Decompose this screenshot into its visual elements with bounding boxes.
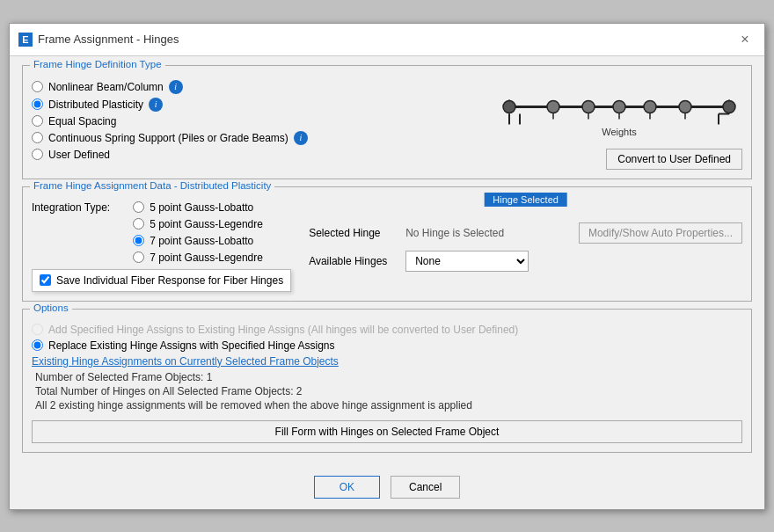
- option-distributed-row: Distributed Plasticity i: [32, 98, 487, 112]
- cancel-button[interactable]: Cancel: [391, 476, 460, 499]
- assignment-data-section: Frame Hinge Assignment Data - Distribute…: [22, 186, 752, 302]
- gauss-lobatto-7-row: 7 point Gauss-Lobatto: [133, 235, 263, 247]
- hinge-definition-section: Frame Hinge Definition Type Nonlinear Be…: [22, 65, 752, 179]
- integration-options: 5 point Gauss-Lobatto 5 point Gauss-Lege…: [115, 201, 263, 264]
- gauss-lobatto-5-label[interactable]: 5 point Gauss-Lobatto: [150, 201, 253, 214]
- fiber-checkbox-label[interactable]: Save Individual Fiber Response for Fiber…: [56, 274, 283, 287]
- selected-hinge-row: Selected Hinge No Hinge is Selected Modi…: [309, 222, 742, 244]
- info-line-3: All 2 existing hinge assignments will be…: [32, 399, 742, 412]
- fill-form-button[interactable]: Fill Form with Hinges on Selected Frame …: [32, 420, 742, 443]
- gauss-legendre-7-row: 7 point Gauss-Legendre: [133, 251, 263, 264]
- nonlinear-radio[interactable]: [32, 81, 43, 92]
- dialog-footer: OK Cancel: [10, 469, 764, 509]
- svg-point-12: [503, 100, 515, 113]
- gauss-lobatto-5-radio[interactable]: [133, 201, 144, 213]
- fiber-checkbox[interactable]: [40, 274, 51, 286]
- continuous-radio[interactable]: [32, 132, 43, 143]
- available-hinges-label: Available Hinges: [309, 255, 397, 267]
- dialog-body: Frame Hinge Definition Type Nonlinear Be…: [10, 56, 764, 469]
- nonlinear-info-icon[interactable]: i: [169, 80, 183, 94]
- gauss-legendre-5-radio[interactable]: [133, 218, 144, 230]
- svg-point-15: [613, 100, 625, 113]
- option-nonlinear-row: Nonlinear Beam/Column i: [32, 80, 487, 94]
- hinge-def-options: Nonlinear Beam/Column i Distributed Plas…: [32, 77, 487, 170]
- dialog-title: Frame Assignment - Hinges: [38, 33, 179, 46]
- user-label[interactable]: User Defined: [48, 149, 110, 161]
- distributed-info-icon[interactable]: i: [149, 98, 163, 112]
- hinge-selected-badge: Hinge Selected: [484, 193, 567, 207]
- modify-show-button[interactable]: Modify/Show Auto Properties...: [579, 222, 742, 244]
- option-equal-row: Equal Spacing: [32, 115, 487, 128]
- hinge-selection-col: Hinge Selected Selected Hinge No Hinge i…: [309, 201, 742, 292]
- replace-option-row: Replace Existing Hinge Assigns with Spec…: [32, 339, 742, 352]
- user-radio[interactable]: [32, 149, 43, 160]
- svg-point-18: [723, 100, 735, 113]
- add-option-label: Add Specified Hinge Assigns to Existing …: [48, 324, 518, 336]
- hinge-definition-title: Frame Hinge Definition Type: [30, 59, 165, 69]
- info-line-1: Number of Selected Frame Objects: 1: [32, 371, 742, 383]
- continuous-info-icon[interactable]: i: [294, 131, 308, 145]
- gauss-legendre-7-label[interactable]: 7 point Gauss-Legendre: [150, 251, 263, 264]
- gauss-legendre-5-label[interactable]: 5 point Gauss-Legendre: [150, 218, 263, 230]
- svg-point-14: [582, 100, 595, 113]
- gauss-legendre-5-row: 5 point Gauss-Legendre: [133, 218, 263, 230]
- integration-col: Integration Type: 5 point Gauss-Lobatto …: [32, 201, 291, 292]
- fiber-checkbox-container: Save Individual Fiber Response for Fiber…: [32, 269, 291, 292]
- distributed-radio[interactable]: [32, 98, 43, 110]
- convert-to-user-defined-button[interactable]: Convert to User Defined: [606, 149, 742, 170]
- available-hinges-select[interactable]: None: [405, 251, 529, 272]
- gauss-legendre-7-radio[interactable]: [133, 251, 144, 263]
- options-section: Options Add Specified Hinge Assigns to E…: [22, 309, 752, 453]
- svg-point-13: [547, 100, 559, 113]
- add-option-radio[interactable]: [32, 324, 43, 335]
- option-user-row: User Defined: [32, 149, 487, 161]
- gauss-lobatto-7-label[interactable]: 7 point Gauss-Lobatto: [150, 235, 253, 247]
- svg-point-16: [644, 100, 656, 113]
- option-continuous-row: Continuous Spring Support (Piles or Grad…: [32, 131, 487, 145]
- main-dialog: E Frame Assignment - Hinges × Frame Hing…: [9, 23, 765, 510]
- beam-diagram: Weights: [500, 80, 738, 142]
- gauss-lobatto-5-row: 5 point Gauss-Lobatto: [133, 201, 263, 214]
- equal-label[interactable]: Equal Spacing: [48, 115, 116, 128]
- selected-hinge-value: No Hinge is Selected: [405, 227, 504, 239]
- replace-option-label[interactable]: Replace Existing Hinge Assigns with Spec…: [48, 339, 335, 352]
- hinge-def-right: Weights Convert to User Defined: [496, 77, 742, 170]
- existing-assignments-link[interactable]: Existing Hinge Assignments on Currently …: [32, 355, 742, 368]
- title-bar-left: E Frame Assignment - Hinges: [18, 33, 179, 47]
- replace-option-radio[interactable]: [32, 339, 43, 351]
- ok-button[interactable]: OK: [314, 476, 380, 499]
- continuous-label[interactable]: Continuous Spring Support (Piles or Grad…: [48, 132, 288, 144]
- selected-hinge-label: Selected Hinge: [309, 227, 397, 239]
- distributed-label[interactable]: Distributed Plasticity: [48, 98, 143, 111]
- integration-type-label: Integration Type:: [32, 201, 110, 214]
- svg-text:Weights: Weights: [602, 126, 637, 136]
- close-button[interactable]: ×: [734, 29, 756, 50]
- add-option-row: Add Specified Hinge Assigns to Existing …: [32, 324, 742, 336]
- assignment-data-title: Frame Hinge Assignment Data - Distribute…: [30, 180, 274, 191]
- title-bar: E Frame Assignment - Hinges ×: [10, 24, 764, 56]
- equal-radio[interactable]: [32, 115, 43, 127]
- options-title: Options: [30, 302, 72, 313]
- gauss-lobatto-7-radio[interactable]: [133, 235, 144, 246]
- app-icon: E: [18, 33, 33, 47]
- info-line-2: Total Number of Hinges on All Selected F…: [32, 385, 742, 397]
- svg-point-17: [679, 100, 691, 113]
- available-hinges-row: Available Hinges None: [309, 251, 742, 272]
- nonlinear-label[interactable]: Nonlinear Beam/Column: [48, 81, 164, 93]
